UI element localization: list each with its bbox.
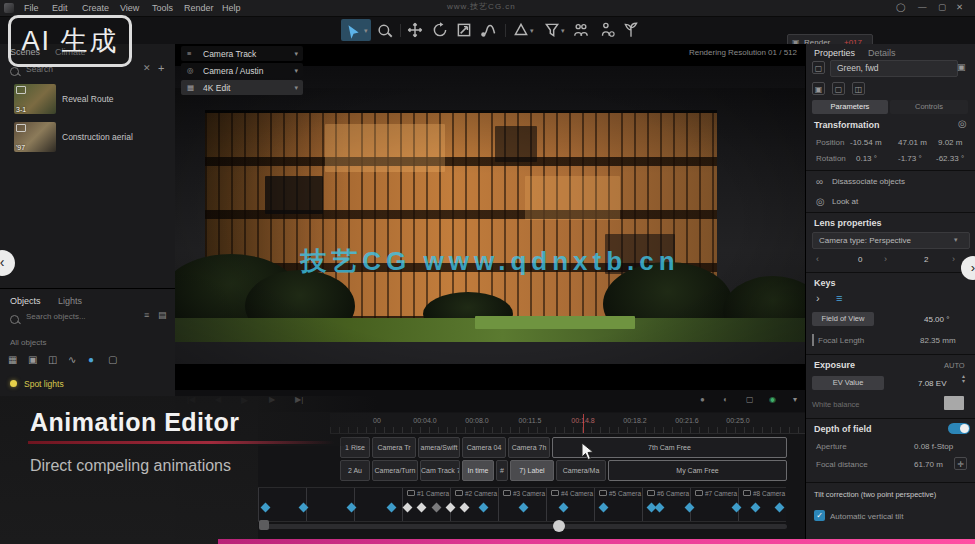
paint-tool-button[interactable] [376,21,394,39]
light-icon[interactable]: ● [88,354,94,365]
tilt-checkbox[interactable]: ✓ [814,510,825,521]
box-icon[interactable]: ▣ [28,354,37,365]
sphere-icon[interactable]: ● [700,395,705,404]
rotation-z[interactable]: -62.33 ° [936,154,964,163]
account-icon[interactable]: ◯ [896,2,906,12]
pick-distance-icon[interactable]: ✛ [954,457,967,470]
exposure-auto-label[interactable]: AUTO [944,361,965,370]
timeline-clip[interactable]: Camera 04 [462,437,506,458]
object-list-item-highlight[interactable]: Spot lights [0,378,175,394]
look-at-button[interactable]: Look at [832,197,858,206]
path-icon[interactable]: ∿ [68,354,76,365]
timeline-clip[interactable]: Cam Track 7 [420,460,460,481]
timeline-clip[interactable]: Camera 7h [508,437,550,458]
position-x[interactable]: -10.54 m [850,138,882,147]
spline-tool-button[interactable] [480,21,498,39]
menu-render[interactable]: Render [184,3,214,13]
white-balance-swatch[interactable] [944,396,964,410]
seg-parameters[interactable]: Parameters [812,100,888,114]
menu-view[interactable]: View [120,3,139,13]
minimize-icon[interactable]: — [918,2,927,12]
add-scene-icon[interactable]: + [158,62,164,74]
objects-search-input[interactable]: Search objects... [26,312,86,321]
stepper-next-icon[interactable]: › [884,254,887,264]
frame-icon[interactable]: ▢ [746,395,754,404]
rotation-y[interactable]: -1.73 ° [898,154,922,163]
tab-details[interactable]: Details [868,48,896,58]
tab-lights[interactable]: Lights [58,296,82,306]
move-tool-button[interactable] [406,21,424,39]
clear-search-icon[interactable]: ✕ [143,63,151,73]
camera-add-icon[interactable]: ▣ [957,62,966,72]
record-icon[interactable]: ◉ [769,395,776,404]
frame-icon[interactable]: ▢ [832,82,845,95]
filter-icon[interactable]: ≡ [144,310,149,320]
filter-tool-button[interactable]: ▾ [543,21,561,39]
timeline-scrollbar[interactable] [263,524,787,529]
select-tool-button[interactable]: ▾ [341,19,371,41]
timeline-clip[interactable]: Camera Tr [372,437,416,458]
keys-list-icon[interactable]: ≡ [836,292,842,304]
scrollbar-left-handle[interactable] [259,520,269,530]
camera-name-input[interactable]: Green, fwd [830,60,958,77]
pan-icon[interactable]: ◐ [723,395,728,404]
scene-list-item[interactable]: '97 Construction aerial [0,120,175,156]
timeline-clip[interactable]: My Cam Free [608,460,787,481]
tab-properties[interactable]: Properties [814,48,855,58]
camera-asset-dropdown[interactable]: ◎ Camera / Austin ▾ [181,63,303,78]
close-icon[interactable]: ✕ [956,2,963,12]
timeline-clip[interactable]: 2 Au [340,460,370,481]
maximize-icon[interactable]: ▢ [938,2,946,12]
stepper-value-a[interactable]: 0 [858,255,862,264]
fov-chip[interactable]: Field of View [812,312,874,326]
scene-list-item[interactable]: 3-1 Reveal Route [0,82,175,118]
ev-stepper-icon[interactable]: ▴▾ [962,374,965,384]
menu-file[interactable]: File [24,3,39,13]
tab-objects[interactable]: Objects [10,296,41,306]
stepper-next-icon[interactable]: › [952,254,955,264]
timeline-clip[interactable]: # [496,460,508,481]
rotate-tool-button[interactable] [431,21,449,39]
disassociate-button[interactable]: Disassociate objects [832,177,905,186]
camera-track-dropdown[interactable]: ≡ Camera Track ▾ [181,46,303,61]
menu-tools[interactable]: Tools [152,3,173,13]
timeline-clip[interactable]: Camera/Ma [556,460,606,481]
timeline-clip[interactable]: In time [462,460,494,481]
position-z[interactable]: 9.02 m [938,138,962,147]
resolution-dropdown[interactable]: ▦ 4K Edit ▾ [181,80,303,95]
ev-chip[interactable]: EV Value [812,376,884,390]
menu-help[interactable]: Help [222,3,241,13]
playhead[interactable] [583,414,584,433]
duplicate-icon[interactable]: ▣ [812,82,825,95]
play-keys-icon[interactable]: › [816,292,820,304]
crowd-tool-button[interactable] [572,21,590,39]
keyframe-row[interactable]: #1 Camera #2 Camera #3 Camera #4 Camera … [258,487,786,522]
gear-icon[interactable]: ◎ [958,118,967,129]
layout-icon[interactable]: ◫ [852,82,865,95]
scale-tool-button[interactable] [455,21,473,39]
character-tool-button[interactable] [598,21,616,39]
vegetation-tool-button[interactable] [622,21,640,39]
rotation-x[interactable]: 0.13 ° [856,154,877,163]
aperture-value[interactable]: 0.08 f-Stop [914,442,953,451]
collapse-icon[interactable]: ▾ [793,395,797,404]
timeline-clip[interactable]: 7) Label [510,460,554,481]
camera-type-icon[interactable]: ▢ [108,354,117,365]
timeline-clip[interactable]: amera/Swift [418,437,460,458]
ev-value[interactable]: 7.08 EV [918,379,946,388]
viewport[interactable]: ≡ Camera Track ▾ ◎ Camera / Austin ▾ ▦ 4… [175,44,805,390]
timeline-clip[interactable]: Camera/Turn [372,460,418,481]
focal-length-value[interactable]: 82.35 mm [920,336,956,345]
menu-edit[interactable]: Edit [52,3,68,13]
grid-icon[interactable]: ▦ [8,354,17,365]
dof-toggle[interactable] [948,423,970,434]
fov-value[interactable]: 45.00 ° [924,315,949,324]
stepper-value-b[interactable]: 2 [924,255,928,264]
scrollbar-thumb[interactable] [553,520,565,532]
position-y[interactable]: 47.01 m [898,138,927,147]
focal-distance-value[interactable]: 61.70 m [914,460,943,469]
collapse-list-icon[interactable]: ▤ [158,310,167,320]
stepper-prev-icon[interactable]: ‹ [816,254,819,264]
menu-create[interactable]: Create [82,3,109,13]
columns-icon[interactable]: ◫ [48,354,57,365]
